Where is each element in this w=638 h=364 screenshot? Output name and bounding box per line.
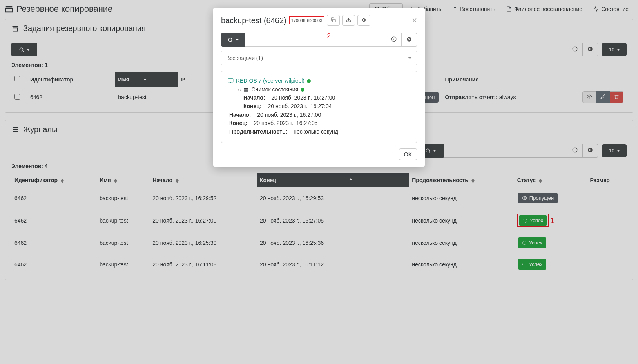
search-dropdown-button[interactable] bbox=[221, 33, 245, 47]
modal-dialog: backup-test (6462) 1700486820003 × 2 Все… bbox=[213, 8, 425, 167]
search-icon bbox=[228, 37, 233, 43]
copy-icon bbox=[331, 17, 336, 22]
clear-button[interactable] bbox=[402, 33, 417, 47]
svg-point-45 bbox=[393, 38, 394, 38]
caret-down-icon bbox=[236, 38, 239, 42]
svg-line-42 bbox=[232, 41, 233, 42]
monitor-icon bbox=[228, 78, 234, 84]
caret-down-icon bbox=[408, 57, 412, 59]
info-icon bbox=[391, 36, 397, 42]
bug-icon bbox=[361, 17, 366, 22]
status-dot-icon bbox=[301, 88, 304, 92]
tasks-select[interactable]: Все задачи (1) bbox=[221, 51, 417, 65]
svg-rect-33 bbox=[333, 19, 335, 22]
annotation-2: 2 bbox=[327, 32, 331, 40]
modal-title: backup-test (6462) bbox=[221, 16, 286, 25]
status-dot-icon bbox=[307, 79, 311, 83]
snapshot-label: Снимок состояния bbox=[251, 85, 298, 94]
download-icon bbox=[346, 17, 351, 22]
copy-button[interactable] bbox=[327, 15, 340, 26]
task-tree: RED OS 7 (vserver-wilpiepl) ○ Снимок сос… bbox=[221, 71, 417, 143]
modal-timestamp: 1700486820003 bbox=[289, 16, 325, 24]
debug-button[interactable] bbox=[357, 15, 370, 26]
svg-rect-52 bbox=[244, 88, 248, 89]
svg-rect-53 bbox=[244, 89, 248, 90]
vm-name[interactable]: RED OS 7 (vserver-wilpiepl) bbox=[236, 77, 304, 85]
ok-button[interactable]: OK bbox=[399, 148, 417, 160]
info-button[interactable] bbox=[386, 33, 402, 47]
modal-search-input[interactable] bbox=[245, 33, 386, 47]
svg-rect-49 bbox=[228, 79, 233, 82]
svg-rect-54 bbox=[244, 91, 248, 91]
download-button[interactable] bbox=[342, 15, 355, 26]
close-circle-icon bbox=[406, 36, 412, 42]
svg-point-41 bbox=[228, 38, 232, 41]
snapshot-icon bbox=[243, 87, 249, 92]
close-button[interactable]: × bbox=[412, 15, 417, 25]
